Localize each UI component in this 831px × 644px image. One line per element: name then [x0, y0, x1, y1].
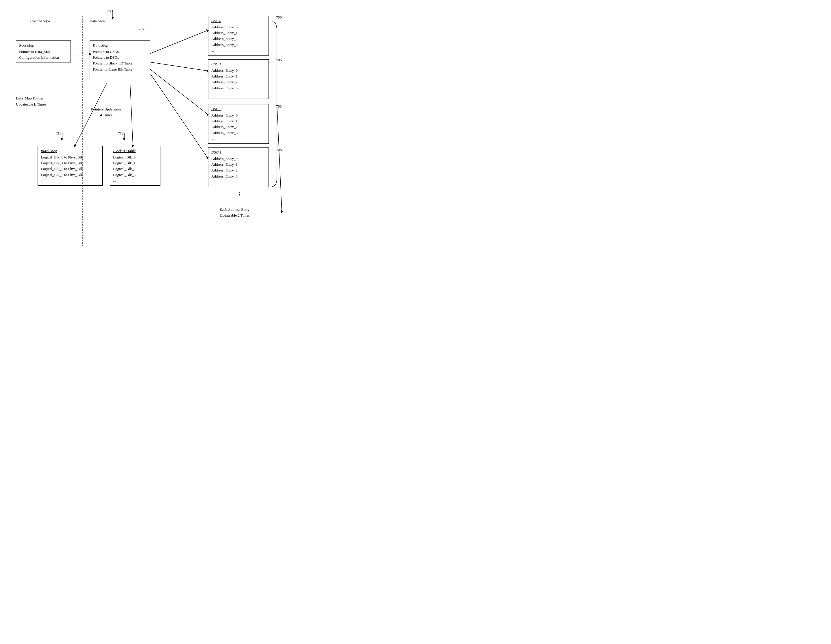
ref-708b: 708 [276, 147, 282, 152]
ref-706b: 706 [276, 58, 282, 62]
csg1-line1: Address_Entry_0 [211, 68, 237, 73]
pointers-updateable-text2: 4 Times [100, 113, 113, 117]
ref-708a: 708 [276, 104, 282, 109]
pointers-updateable-label: Pointers Updateable 4 Times [91, 107, 121, 118]
dsg1-title: DSG 1 [211, 150, 266, 155]
block-id-line1: Logical_Blk_0 [113, 155, 135, 159]
block-id-line3: Logical_Blk_2 [113, 167, 135, 171]
csg0-line1: Address_Entry_0 [211, 25, 237, 29]
dsg1-dots: ... [211, 180, 214, 184]
block-id-dots: ... [113, 179, 116, 183]
each-address-text1: Each Address Entry [220, 207, 250, 212]
csg0-title: CSG 0 [211, 18, 266, 24]
data-map-pointer-text1: Data_Map Pointer [16, 96, 44, 100]
dsg1-line2: Address_Entry_1 [211, 162, 237, 167]
data-map-line2: Pointers to DSGs [93, 55, 119, 60]
data-map-box: Data Map Pointers to CSGs Pointers to DS… [89, 40, 150, 80]
pointers-updateable-text1: Pointers Updateable [91, 107, 121, 112]
ref-700: 700 [107, 9, 113, 13]
block-map-line4: Logical_Blk_3 to Phys_Blk [41, 173, 83, 177]
csg0-line2: Address_Entry_1 [211, 31, 237, 35]
control-area-label: Control Area [30, 18, 50, 24]
dsg0-box: DSG 0 Address_Entry_0 Address_Entry_1 Ad… [208, 104, 269, 144]
svg-line-23 [277, 104, 282, 211]
csg0-line4: Address_Entry_3 [211, 43, 237, 47]
data-map-line5: ... [93, 73, 96, 77]
block-map-title: Block Map [41, 148, 99, 154]
data-map-line3: Pointer to Block_ID Table [93, 61, 132, 65]
csg1-dots: ... [211, 92, 214, 96]
block-id-line4: Logical_Blk_3 [113, 173, 135, 177]
ref-710: 710 [56, 131, 62, 135]
vertical-dots: ⋮ [237, 190, 242, 198]
block-id-title: Block ID Table [113, 148, 157, 154]
block-map-line3: Logical_Blk_2 to Phys_Blk [41, 167, 83, 171]
data-map-line1: Pointers to CSGs [93, 49, 119, 54]
svg-line-17 [130, 83, 133, 145]
block-map-line2: Logical_Blk_1 to Phys_Blk [41, 161, 83, 165]
block-id-table-box: Block ID Table Logical_Blk_0 Logical_Blk… [110, 146, 161, 186]
svg-line-7 [150, 62, 207, 71]
csg1-line3: Address_Entry_2 [211, 80, 237, 84]
svg-line-9 [150, 69, 207, 114]
ref-704: 704 [139, 27, 145, 31]
ref-706a: 706 [276, 15, 282, 20]
data-map-line4: Pointer to Erase Blk Table [93, 67, 132, 72]
data-map-pointer-text2: Updateable L Times [16, 102, 46, 107]
svg-marker-24 [281, 210, 283, 213]
dsg0-line4: Address_Entry_3 [211, 131, 237, 135]
data-map-title: Data Map [93, 43, 147, 48]
svg-line-5 [150, 30, 207, 54]
svg-marker-4 [111, 17, 114, 20]
csg1-line4: Address_Entry_3 [211, 86, 237, 90]
each-address-text2: Updateable 2 Times [220, 213, 250, 217]
dsg0-title: DSG 0 [211, 106, 266, 112]
block-map-line1: Logical_Blk_0 to Phys_Blk [41, 155, 83, 159]
csg0-box: CSG 0 Address_Entry_0 Address_Entry_1 Ad… [208, 16, 269, 56]
dsg0-line1: Address_Entry_0 [211, 113, 237, 117]
dsg0-line3: Address_Entry_2 [211, 124, 237, 129]
data-map-pointer-label: Data_Map Pointer Updateable L Times [16, 96, 46, 108]
dsg1-line4: Address_Entry_3 [211, 174, 237, 179]
ref-712: 712 [118, 131, 124, 135]
root-map-line2: Configuration Information [19, 55, 59, 60]
diagram-container: 702 700 704 706 706 708 708 710 712 Cont… [0, 0, 333, 257]
dsg0-line2: Address_Entry_1 [211, 119, 237, 123]
root-map-line1: Pointer to Data_Map [19, 49, 51, 54]
dsg1-line3: Address_Entry_2 [211, 168, 237, 172]
block-map-dots: ... [41, 179, 44, 183]
svg-marker-20 [61, 138, 63, 140]
csg1-box: CSG 1 Address_Entry_0 Address_Entry_1 Ad… [208, 59, 269, 99]
csg0-line3: Address_Entry_2 [211, 37, 237, 41]
dsg1-line1: Address_Entry_0 [211, 156, 237, 161]
root-map-box: Root Map Pointer to Data_Map Configurati… [16, 40, 71, 62]
csg1-line2: Address_Entry_1 [211, 74, 237, 78]
svg-line-11 [150, 74, 207, 158]
block-id-line2: Logical_Blk_1 [113, 161, 135, 165]
svg-marker-22 [123, 138, 126, 140]
csg1-title: CSG 1 [211, 61, 266, 67]
data-area-label: Data Area [89, 18, 105, 24]
diagram-arrows [0, 0, 333, 257]
dsg1-box: DSG 1 Address_Entry_0 Address_Entry_1 Ad… [208, 147, 269, 187]
each-address-label: Each Address Entry Updateable 2 Times [220, 207, 250, 218]
root-map-title: Root Map [19, 43, 68, 48]
block-map-box: Block Map Logical_Blk_0 to Phys_Blk Logi… [38, 146, 103, 186]
dsg0-dots: ... [211, 137, 214, 141]
csg0-dots: ... [211, 48, 214, 53]
